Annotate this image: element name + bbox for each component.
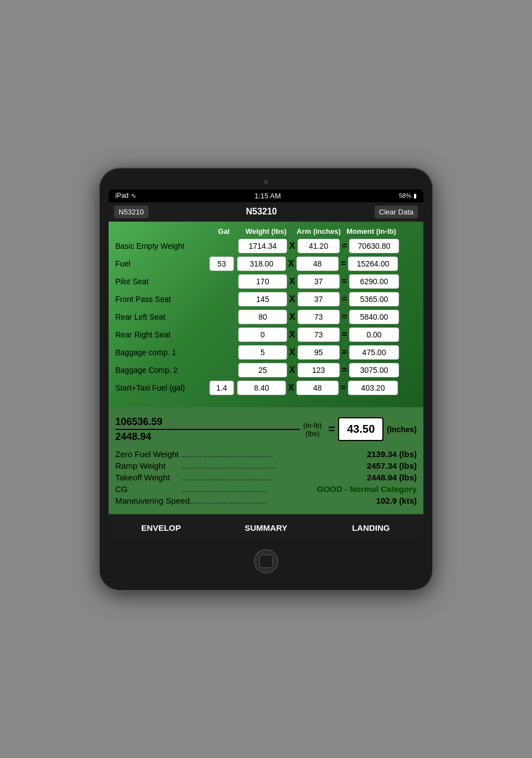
multiply-operator: X	[289, 365, 295, 375]
equals-operator: =	[342, 312, 347, 322]
tab-summary[interactable]: SUMMARY	[213, 520, 318, 536]
table-row: Start+Taxi Fuel (gal) X =	[115, 381, 417, 395]
device-frame: iPad ∿ 1:15 AM 58% ▮ N53210 N53210 Clear…	[100, 168, 432, 590]
stat-line: Maneuvering Speed ......................…	[115, 496, 417, 505]
formula-row: 106536.59 2448.94 (in-lb) (lbs) = 43.50 …	[115, 416, 417, 443]
arm-input[interactable]	[298, 239, 340, 253]
home-button[interactable]	[254, 549, 278, 573]
status-time: 1:15 AM	[254, 192, 281, 200]
table-row: Basic Empty Weight X =	[115, 239, 417, 253]
equals-operator: =	[341, 383, 346, 393]
stat-label: CG	[115, 484, 182, 494]
arm-input[interactable]	[298, 327, 340, 342]
col-header-weight: Weight (lbs)	[238, 227, 294, 235]
nav-bar: N53210 N53210 Clear Data	[109, 202, 423, 222]
stat-label: Takeoff Weight	[115, 473, 182, 482]
arm-input[interactable]	[298, 363, 340, 377]
arm-input[interactable]	[296, 257, 339, 271]
equals-operator: =	[342, 330, 347, 340]
stat-value: GOOD - Normal Category	[317, 484, 417, 494]
stat-line: Zero Fuel Weight .......................…	[115, 449, 417, 459]
table-row: Baggage comp. 1 X =	[115, 345, 417, 360]
wifi-icon: ∿	[131, 192, 136, 199]
summary-area: 106536.59 2448.94 (in-lb) (lbs) = 43.50 …	[109, 407, 423, 514]
nav-back-button[interactable]: N53210	[114, 206, 149, 218]
row-label: Rear Left Seat	[115, 313, 209, 321]
weight-input[interactable]	[238, 327, 287, 342]
stat-line: Takeoff Weight .........................…	[115, 473, 417, 482]
unit-bottom: (lbs)	[303, 429, 321, 438]
moment-display	[349, 239, 399, 253]
stat-label: Ramp Weight	[115, 461, 182, 470]
equals-operator: =	[342, 294, 347, 304]
multiply-operator: X	[289, 347, 295, 357]
stat-label: Zero Fuel Weight	[115, 449, 182, 459]
weight-input[interactable]	[237, 381, 286, 395]
main-content: Gal Weight (lbs) Arm (inches) Moment (in…	[109, 222, 423, 407]
multiply-operator: X	[288, 383, 294, 393]
nav-title: N53210	[246, 207, 277, 217]
weight-input[interactable]	[237, 257, 286, 271]
formula-result: 43.50	[338, 417, 383, 441]
row-label: Basic Empty Weight	[115, 242, 209, 250]
stat-dots: ................................	[182, 473, 367, 482]
row-label: Start+Taxi Fuel (gal)	[115, 383, 209, 392]
col-header-arm: Arm (inches)	[294, 227, 344, 235]
stat-dots: ..............................	[182, 484, 317, 494]
stat-value: 102.9 (kts)	[376, 496, 417, 505]
arm-input[interactable]	[298, 310, 340, 324]
camera	[264, 180, 268, 184]
table-row: Pilot Seat X =	[115, 274, 417, 289]
weight-input[interactable]	[238, 310, 287, 324]
table-row: Fuel X =	[115, 257, 417, 271]
stat-value: 2457.34 (lbs)	[367, 461, 417, 470]
gal-input[interactable]	[209, 257, 234, 271]
arm-input[interactable]	[298, 292, 340, 306]
table-row: Baggage Comp. 2 X =	[115, 363, 417, 377]
carrier-label: iPad	[115, 192, 129, 199]
formula-fraction: 106536.59 2448.94	[115, 416, 300, 443]
row-label: Baggage Comp. 2	[115, 366, 209, 375]
tab-landing[interactable]: LANDING	[319, 520, 423, 536]
stat-dots: ................................	[182, 449, 367, 459]
arm-input[interactable]	[298, 274, 340, 289]
multiply-operator: X	[288, 259, 294, 269]
battery-icon: ▮	[413, 192, 417, 199]
moment-display	[349, 345, 399, 360]
moment-display	[349, 363, 399, 377]
equals-operator: =	[342, 276, 347, 286]
screen: iPad ∿ 1:15 AM 58% ▮ N53210 N53210 Clear…	[109, 190, 423, 541]
moment-display	[349, 274, 399, 289]
weight-input[interactable]	[238, 292, 287, 306]
col-header-gal: Gal	[209, 227, 238, 235]
result-unit: (Inches)	[387, 425, 417, 434]
formula-units: (in-lb) (lbs)	[303, 421, 321, 438]
weight-input[interactable]	[238, 345, 287, 360]
equals-operator: =	[342, 347, 347, 357]
stat-line: CG .............................. GOOD -…	[115, 484, 417, 494]
formula-numerator: 106536.59	[115, 416, 300, 430]
tab-envelop[interactable]: ENVELOP	[109, 520, 213, 536]
multiply-operator: X	[289, 276, 295, 286]
stat-label: Maneuvering Speed	[115, 496, 190, 505]
multiply-operator: X	[289, 312, 295, 322]
row-label: Rear Right Seat	[115, 330, 209, 339]
table-row: Front Pass Seat X =	[115, 292, 417, 306]
weight-input[interactable]	[238, 363, 287, 377]
clear-data-button[interactable]: Clear Data	[375, 206, 418, 218]
arm-input[interactable]	[298, 345, 340, 360]
equals-operator: =	[341, 259, 346, 269]
row-label: Front Pass Seat	[115, 295, 209, 304]
status-bar: iPad ∿ 1:15 AM 58% ▮	[109, 190, 423, 202]
arm-input[interactable]	[296, 381, 339, 395]
weight-input[interactable]	[238, 239, 287, 253]
data-rows: Basic Empty Weight X = Fuel X = Pilot Se…	[115, 239, 417, 395]
gal-input[interactable]	[209, 381, 234, 395]
weight-input[interactable]	[238, 274, 287, 289]
status-left: iPad ∿	[115, 192, 136, 199]
formula-equals: =	[329, 423, 335, 436]
stat-dots: ...........................	[190, 496, 376, 505]
formula-denominator: 2448.94	[115, 430, 300, 443]
status-right: 58% ▮	[399, 192, 417, 199]
multiply-operator: X	[289, 241, 295, 251]
